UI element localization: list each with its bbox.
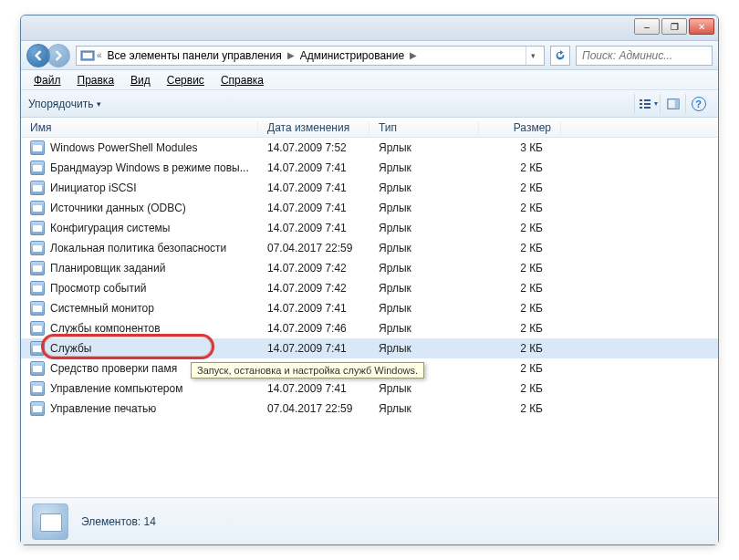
menu-tools[interactable]: Сервис — [160, 72, 212, 88]
item-date: 14.07.2009 7:41 — [258, 202, 370, 214]
column-type[interactable]: Тип — [370, 121, 479, 134]
item-type: Ярлык — [370, 302, 479, 315]
list-item[interactable]: Управление компьютером14.07.2009 7:41Ярл… — [21, 379, 718, 399]
item-type: Ярлык — [370, 161, 479, 174]
item-type: Ярлык — [370, 402, 479, 415]
column-headers[interactable]: Имя Дата изменения Тип Размер — [21, 118, 718, 138]
svg-rect-4 — [640, 103, 642, 105]
item-size: 2 КБ — [479, 402, 561, 415]
svg-rect-6 — [640, 107, 642, 109]
item-size: 2 КБ — [479, 161, 561, 174]
list-item[interactable]: Локальная политика безопасности07.04.201… — [21, 238, 718, 258]
svg-rect-5 — [644, 103, 651, 105]
item-size: 2 КБ — [479, 382, 561, 395]
file-list[interactable]: Windows PowerShell Modules14.07.2009 7:5… — [21, 138, 718, 419]
menu-help[interactable]: Справка — [213, 72, 271, 88]
column-date[interactable]: Дата изменения — [258, 121, 370, 134]
svg-rect-3 — [644, 99, 651, 101]
shortcut-icon — [30, 321, 45, 336]
list-item[interactable]: Конфигурация системы14.07.2009 7:41Ярлык… — [21, 218, 718, 238]
item-name: Источники данных (ODBC) — [50, 202, 186, 214]
item-date: 14.07.2009 7:41 — [258, 342, 370, 355]
item-date: 07.04.2017 22:59 — [258, 242, 370, 254]
item-size: 2 КБ — [479, 342, 561, 355]
breadcrumb-seg-control-panel[interactable]: Все элементы панели управления — [102, 49, 287, 62]
toolbar: Упорядочить ▾ ▾ ? — [21, 90, 718, 118]
item-date: 14.07.2009 7:42 — [258, 282, 370, 295]
shortcut-icon — [30, 341, 45, 356]
item-size: 2 КБ — [479, 222, 561, 234]
shortcut-icon — [30, 261, 45, 275]
item-type: Ярлык — [370, 202, 479, 214]
item-size: 2 КБ — [479, 322, 561, 335]
item-size: 2 КБ — [479, 282, 561, 295]
item-type: Ярлык — [370, 262, 479, 275]
svg-rect-1 — [83, 53, 92, 58]
item-name: Брандмауэр Windows в режиме повы... — [50, 161, 249, 174]
column-size[interactable]: Размер — [479, 121, 561, 134]
list-item[interactable]: Инициатор iSCSI14.07.2009 7:41Ярлык2 КБ — [21, 178, 718, 198]
item-name: Windows PowerShell Modules — [50, 141, 197, 154]
shortcut-icon — [30, 381, 45, 396]
item-date: 14.07.2009 7:41 — [258, 302, 370, 315]
item-date: 07.04.2017 22:59 — [258, 402, 370, 415]
search-input[interactable] — [576, 46, 713, 66]
maximize-button[interactable]: ❐ — [661, 18, 687, 35]
item-type: Ярлык — [370, 242, 479, 254]
list-item[interactable]: Службы компонентов14.07.2009 7:46Ярлык2 … — [21, 318, 718, 338]
statusbar: Элементов: 14 — [21, 497, 718, 544]
list-item[interactable]: Просмотр событий14.07.2009 7:42Ярлык2 КБ — [21, 278, 718, 298]
preview-pane-button[interactable] — [660, 94, 685, 114]
control-panel-icon — [80, 48, 95, 63]
close-button[interactable]: ✕ — [689, 18, 714, 35]
chevron-down-icon: ▾ — [97, 99, 101, 109]
menu-view[interactable]: Вид — [123, 72, 158, 88]
minimize-button[interactable]: – — [634, 18, 660, 35]
column-name[interactable]: Имя — [21, 121, 258, 134]
item-name: Инициатор iSCSI — [50, 181, 137, 194]
menu-file[interactable]: Файл — [26, 72, 68, 88]
view-mode-button[interactable]: ▾ — [634, 94, 660, 114]
chevron-right-icon: ▶ — [287, 50, 295, 60]
item-date: 14.07.2009 7:46 — [258, 322, 370, 335]
list-item[interactable]: Службы14.07.2009 7:41Ярлык2 КБ — [21, 338, 718, 358]
navbar: « Все элементы панели управления ▶ Админ… — [21, 41, 718, 70]
item-date: 14.07.2009 7:42 — [258, 262, 370, 275]
titlebar[interactable]: – ❐ ✕ — [21, 16, 718, 41]
item-date: 14.07.2009 7:41 — [258, 222, 370, 234]
list-item[interactable]: Системный монитор14.07.2009 7:41Ярлык2 К… — [21, 298, 718, 318]
refresh-button[interactable] — [550, 46, 570, 66]
item-name: Конфигурация системы — [50, 222, 170, 234]
status-count: Элементов: 14 — [81, 515, 156, 528]
item-date: 14.07.2009 7:41 — [258, 181, 370, 194]
item-type: Ярлык — [370, 141, 479, 154]
item-size: 2 КБ — [479, 262, 561, 275]
folder-stat-icon — [32, 503, 68, 540]
breadcrumb[interactable]: « Все элементы панели управления ▶ Админ… — [76, 46, 545, 66]
nav-forward-button[interactable] — [47, 44, 70, 67]
item-name: Средство проверки памя — [50, 362, 177, 375]
item-type: Ярлык — [370, 181, 479, 194]
item-name: Службы — [50, 342, 91, 355]
item-type: Ярлык — [370, 382, 479, 395]
list-item[interactable]: Источники данных (ODBC)14.07.2009 7:41Яр… — [21, 198, 718, 218]
menu-edit[interactable]: Правка — [70, 72, 122, 88]
item-size: 2 КБ — [479, 242, 561, 254]
item-type: Ярлык — [370, 282, 479, 295]
help-button[interactable]: ? — [685, 94, 711, 114]
list-item[interactable]: Планировщик заданий14.07.2009 7:42Ярлык2… — [21, 258, 718, 278]
item-type: Ярлык — [370, 222, 479, 234]
item-size: 3 КБ — [479, 141, 561, 154]
item-size: 2 КБ — [479, 202, 561, 214]
list-item[interactable]: Windows PowerShell Modules14.07.2009 7:5… — [21, 138, 718, 158]
chevron-right-icon: ▶ — [410, 50, 417, 60]
shortcut-icon — [30, 361, 45, 376]
item-name: Управление компьютером — [50, 382, 182, 395]
item-date: 14.07.2009 7:41 — [258, 161, 370, 174]
svg-rect-9 — [674, 99, 678, 109]
organize-button[interactable]: Упорядочить ▾ — [28, 98, 101, 110]
breadcrumb-seg-admin[interactable]: Администрирование — [295, 49, 410, 62]
list-item[interactable]: Управление печатью07.04.2017 22:59Ярлык2… — [21, 399, 718, 419]
breadcrumb-dropdown[interactable]: ▾ — [526, 47, 540, 65]
list-item[interactable]: Брандмауэр Windows в режиме повы...14.07… — [21, 158, 718, 178]
